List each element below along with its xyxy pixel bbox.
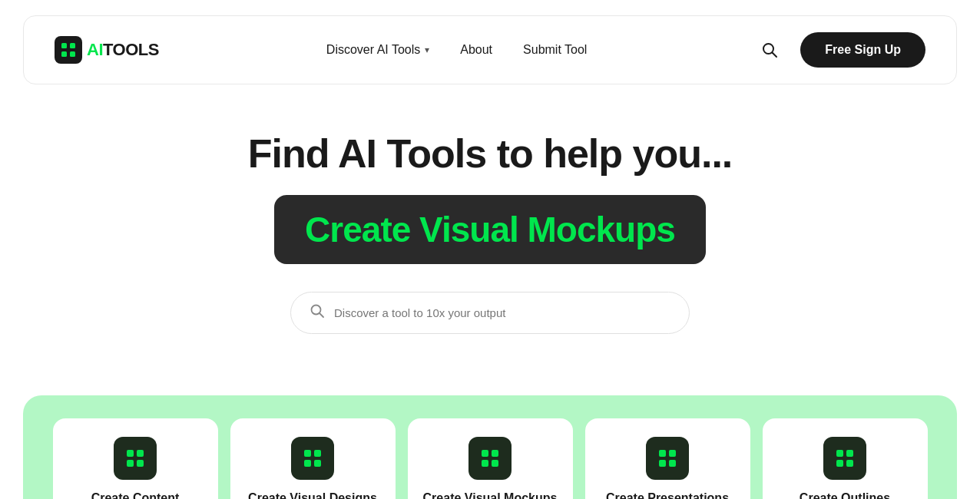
svg-rect-27 [846,460,853,467]
svg-rect-13 [314,450,321,457]
svg-rect-16 [482,450,488,457]
svg-rect-23 [669,460,676,467]
categories-section: Create Content 212 tools Create Visual D… [23,395,957,499]
svg-rect-3 [70,51,75,57]
svg-rect-17 [492,450,498,457]
svg-rect-12 [304,450,311,457]
nav-links: Discover AI Tools ▾ About Submit Tool [326,43,588,57]
card-icon-presentations [646,437,689,480]
svg-rect-24 [836,450,843,457]
svg-rect-18 [482,460,488,467]
card-title-outlines: Create Outlines [800,491,890,499]
svg-rect-19 [492,460,498,467]
hero-title: Find AI Tools to help you... [15,131,965,177]
nav-right: Free Sign Up [754,32,925,68]
logo[interactable]: AITOOLS [55,36,159,64]
svg-rect-26 [836,460,843,467]
card-title-visual-designs: Create Visual Designs [248,491,377,499]
svg-rect-21 [669,450,676,457]
search-bar [290,292,690,334]
svg-rect-20 [659,450,666,457]
svg-rect-2 [61,51,67,57]
card-icon-visual-mockups [468,437,512,480]
free-signup-button[interactable]: Free Sign Up [800,32,925,68]
navbar: AITOOLS Discover AI Tools ▾ About Submit… [23,15,957,84]
hero-highlight-box: Create Visual Mockups [274,195,706,264]
svg-rect-22 [659,460,666,467]
chevron-down-icon: ▾ [425,45,429,55]
logo-text: AITOOLS [87,40,159,60]
card-icon-outlines [823,437,866,480]
hero-highlight-text: Create Visual Mockups [305,210,675,250]
card-title-visual-mockups: Create Visual Mockups [423,491,558,499]
nav-discover[interactable]: Discover AI Tools ▾ [326,43,429,57]
nav-about[interactable]: About [460,43,492,57]
svg-line-5 [773,53,777,58]
search-button[interactable] [754,35,785,65]
category-card-create-content[interactable]: Create Content 212 tools [53,418,218,499]
category-card-presentations[interactable]: Create Presentations 174 tools [585,418,750,499]
card-title-create-content: Create Content [91,491,180,499]
svg-rect-15 [314,460,321,467]
svg-rect-14 [304,460,311,467]
svg-line-7 [319,313,323,317]
card-icon-visual-designs [291,437,334,480]
category-card-outlines[interactable]: Create Outlines 167 tools [763,418,928,499]
search-input[interactable] [334,306,670,319]
logo-icon [55,36,82,64]
search-bar-wrapper [15,292,965,334]
category-card-visual-designs[interactable]: Create Visual Designs 209 tools [230,418,396,499]
search-icon [310,303,325,322]
svg-rect-25 [846,450,853,457]
svg-rect-1 [70,43,75,48]
svg-rect-0 [61,43,67,48]
card-title-presentations: Create Presentations [606,491,729,499]
svg-rect-11 [137,460,144,467]
nav-submit[interactable]: Submit Tool [523,43,587,57]
category-card-visual-mockups[interactable]: Create Visual Mockups 194 tools [408,418,573,499]
search-icon [761,41,778,58]
svg-rect-8 [127,450,134,457]
svg-rect-10 [127,460,134,467]
svg-rect-9 [137,450,144,457]
hero-section: Find AI Tools to help you... Create Visu… [0,84,980,395]
card-icon-create-content [114,437,157,480]
